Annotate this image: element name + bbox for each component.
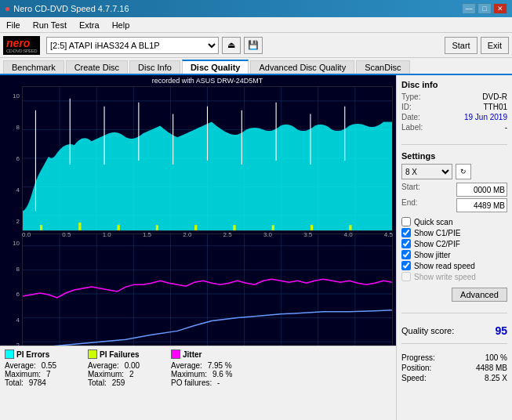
quick-scan-checkbox[interactable] [401,217,411,226]
svg-rect-37 [156,225,158,230]
title-bar-left: ● Nero CD-DVD Speed 4.7.7.16 [5,3,129,14]
quick-scan-row: Quick scan [401,217,507,226]
svg-rect-36 [117,225,119,230]
start-label: Start: [401,183,420,197]
show-c2pif-checkbox[interactable] [401,239,411,248]
refresh-button[interactable]: ↻ [456,164,471,179]
show-jitter-row: Show jitter [401,250,507,259]
speed-row: Speed: 8.25 X [401,374,507,382]
pi-errors-stat: PI Errors Average: 0.55 Maximum: 7 Total… [5,349,75,417]
drive-selector[interactable]: [2:5] ATAPI iHAS324 A BL1P [46,37,219,54]
disc-label-row: Label: - [401,123,507,132]
svg-rect-38 [194,225,197,230]
show-read-speed-row: Show read speed [401,261,507,270]
pi-max-label: Maximum: [5,370,41,378]
top-x-axis: 0.0 0.5 1.0 1.5 2.0 2.5 3.0 3.5 4.0 4.5 [22,231,393,238]
svg-rect-39 [233,225,235,230]
settings-section: Settings 8 X 4 X 2 X MAX ↻ Start: End: [401,151,507,302]
speed-label: Speed: [401,374,427,382]
start-input[interactable] [456,183,507,197]
label-label: Label: [401,123,423,132]
pi-errors-label: PI Errors [16,350,49,359]
speed-value: 8.25 X [485,374,507,382]
settings-title: Settings [401,151,507,161]
svg-rect-42 [349,225,351,230]
svg-rect-34 [40,225,42,230]
show-write-speed-row: Show write speed [401,272,507,281]
exit-button[interactable]: Exit [481,37,509,54]
tab-create-disc[interactable]: Create Disc [66,60,128,74]
save-button[interactable]: 💾 [244,37,263,54]
app-title: Nero CD-DVD Speed 4.7.7.16 [13,4,129,13]
speed-row: 8 X 4 X 2 X MAX ↻ [401,164,507,179]
show-read-speed-label: Show read speed [414,262,475,270]
position-row: Position: 4488 MB [401,364,507,372]
tab-benchmark[interactable]: Benchmark [3,60,64,74]
disc-id-row: ID: TTH01 [401,103,507,111]
menu-run-test[interactable]: Run Test [30,19,70,31]
tab-advanced-disc-quality[interactable]: Advanced Disc Quality [250,60,354,74]
progress-label: Progress: [401,353,435,362]
type-value: DVD-R [482,92,507,101]
disc-date-row: Date: 19 Jun 2019 [401,113,507,121]
start-button[interactable]: Start [445,37,477,54]
pi-errors-color [5,349,14,359]
pi-failures-label: PI Failures [100,350,140,359]
pif-average: Average: 0.00 [88,361,158,370]
menu-extra[interactable]: Extra [76,19,103,31]
menu-file[interactable]: File [3,19,24,31]
maximize-button[interactable]: □ [478,3,492,14]
divider-3 [401,343,507,344]
quality-score-row: Quality score: 95 [401,324,507,337]
pi-errors-average: Average: 0.55 [5,361,75,370]
pi-max-value: 7 [46,370,51,378]
show-jitter-label: Show jitter [414,251,451,259]
chart-title: recorded with ASUS DRW-24D5MT [24,77,391,85]
jitter-average: Average: 7.95 % [171,361,249,370]
menu-bar: File Run Test Extra Help [0,17,512,33]
show-c1pie-checkbox[interactable] [401,228,411,237]
stats-bar: PI Errors Average: 0.55 Maximum: 7 Total… [0,346,396,420]
end-input[interactable] [456,198,507,212]
show-jitter-checkbox[interactable] [401,250,411,259]
pi-avg-value: 0.55 [42,361,56,370]
pi-avg-label: Average: [5,361,36,370]
right-panel: Disc info Type: DVD-R ID: TTH01 Date: 19… [396,75,512,420]
chart-area: recorded with ASUS DRW-24D5MT [0,75,396,420]
pi-total-label: Total: [5,378,24,387]
pif-maximum: Maximum: 2 [88,370,158,378]
bottom-chart-svg [23,234,392,354]
show-c2pif-label: Show C2/PIF [414,240,460,248]
divider-2 [401,313,507,313]
show-read-speed-checkbox[interactable] [401,261,411,270]
top-chart-y-axis: 10 8 6 4 2 [0,86,22,231]
eject-button[interactable]: ⏏ [222,37,241,54]
bottom-chart-y-axis: 10 8 6 4 2 [0,234,22,355]
start-row: Start: [401,183,507,197]
tab-disc-quality[interactable]: Disc Quality [182,60,249,74]
pi-errors-total: Total: 9784 [5,378,75,387]
pi-total-value: 9784 [29,378,46,387]
advanced-button[interactable]: Advanced [452,288,507,302]
type-label: Type: [401,92,420,101]
menu-help[interactable]: Help [109,19,133,31]
show-c2pif-row: Show C2/PIF [401,239,507,248]
svg-rect-41 [310,225,313,230]
speed-selector[interactable]: 8 X 4 X 2 X MAX [401,164,452,179]
toolbar: nero CD·DVD SPEED [2:5] ATAPI iHAS324 A … [0,33,512,58]
pif-total: Total: 259 [88,378,158,387]
svg-rect-35 [78,223,81,230]
pi-failures-stat: PI Failures Average: 0.00 Maximum: 2 Tot… [88,349,158,417]
tab-disc-info[interactable]: Disc Info [129,60,180,74]
quality-score-value: 95 [495,324,507,337]
show-c1pie-row: Show C1/PIE [401,228,507,237]
minimize-button[interactable]: — [462,3,476,14]
date-label: Date: [401,113,420,121]
position-label: Position: [401,364,431,372]
close-button[interactable]: ✕ [493,3,507,14]
show-write-speed-checkbox[interactable] [401,272,411,281]
progress-value: 100 % [485,353,507,362]
svg-rect-40 [272,225,274,230]
jitter-label: Jitter [183,350,202,359]
tab-scandisc[interactable]: ScanDisc [356,60,409,74]
